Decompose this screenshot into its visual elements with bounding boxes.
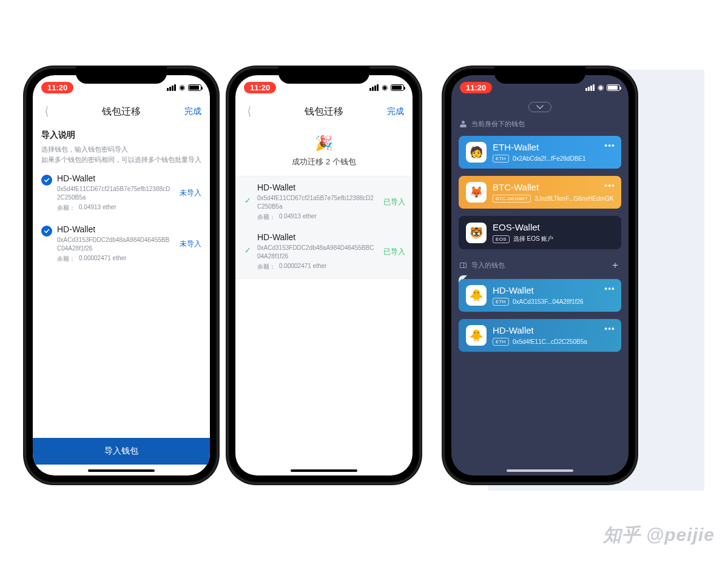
wallet-card-btc[interactable]: 🦊 BTC-Wallet BTC-SEGWIT 3Jnz8LTkmF...G6n…: [459, 176, 621, 209]
home-indicator[interactable]: [291, 469, 357, 472]
avatar-icon: 🐥: [466, 285, 487, 306]
cellular-icon: [167, 84, 176, 91]
success-banner: 🎉 成功迁移 2 个钱包: [235, 124, 413, 172]
done-button[interactable]: 完成: [184, 106, 201, 117]
chain-badge: EOS: [493, 235, 510, 243]
screen-wallet-migration-done: 11:20 ◉ 〈 钱包迁移 完成 🎉 成功迁移 2 个钱包 ✓: [235, 75, 413, 475]
migrated-wallet-list: ✓ HD-Wallet 0x5d4fE11CD67cf21a5B7e75efb1…: [235, 176, 413, 279]
cellular-icon: [585, 84, 595, 91]
import-wallet-button[interactable]: 导入钱包: [33, 438, 210, 465]
avatar-icon: 🐥: [466, 325, 487, 346]
more-icon[interactable]: •••: [604, 284, 615, 294]
home-indicator[interactable]: [507, 469, 573, 472]
checkbox-checked-icon[interactable]: [41, 226, 52, 237]
import-status: 未导入: [177, 188, 201, 198]
status-time: 11:20: [244, 82, 276, 93]
wallet-name: HD-Wallet: [257, 183, 376, 192]
checkbox-checked-icon[interactable]: [41, 175, 52, 186]
check-icon: ✓: [243, 246, 252, 255]
wallet-name: HD-Wallet: [493, 285, 614, 295]
check-icon: ✓: [243, 196, 252, 205]
notch: [494, 67, 585, 84]
wallet-card-eos[interactable]: 🐯 EOS-Wallet EOS 选择 EOS 账户: [459, 216, 621, 249]
nav-bar: 〈 钱包迁移 完成: [33, 99, 210, 124]
notch: [76, 67, 167, 84]
avatar-icon: 🦊: [466, 182, 487, 203]
wallet-name: ETH-Wallet: [493, 142, 614, 152]
avatar-icon: 🧑: [466, 142, 487, 163]
wallet-icon: [460, 263, 467, 268]
balance-label: 余额：: [57, 204, 75, 212]
wallet-address: 0xACd3153FDDC2db48aA984D46455BBC04A28f1f…: [57, 236, 172, 252]
phone-3: 11:20 ◉ 当前身份下的钱包 🧑 ETH-Wallet: [443, 67, 637, 484]
wallet-name: HD-Wallet: [493, 325, 614, 335]
nav-title: 钱包迁移: [305, 106, 343, 118]
back-button[interactable]: 〈: [41, 104, 49, 120]
notch: [278, 67, 369, 84]
wallet-address: 0x2AbCda2f...fFe28dDBE1: [513, 155, 586, 162]
chain-badge: ETH: [493, 338, 509, 346]
wallet-address: 0x5d4fE11CD67cf21a5B7e75efb12388cD2C250B…: [57, 185, 172, 201]
balance-label: 余额：: [257, 213, 275, 221]
collapse-handle[interactable]: [528, 102, 551, 112]
more-icon[interactable]: •••: [604, 141, 615, 150]
chain-badge: ETH: [493, 155, 509, 163]
screen-wallet-manager: 11:20 ◉ 当前身份下的钱包 🧑 ETH-Wallet: [451, 75, 629, 475]
wallet-name: EOS-Wallet: [493, 222, 614, 232]
back-button[interactable]: 〈: [244, 104, 251, 120]
wallet-address: 选择 EOS 账户: [513, 235, 554, 243]
chain-badge: BTC-SEGWIT: [493, 195, 531, 203]
cellular-icon: [369, 84, 379, 91]
wallet-card-imported[interactable]: 🐥 HD-Wallet ETH 0x5d4fE11C...cD2C250B5a …: [459, 319, 621, 352]
wifi-icon: ◉: [179, 84, 185, 91]
user-icon: [460, 121, 467, 127]
battery-icon: [188, 84, 201, 91]
add-wallet-button[interactable]: ＋: [610, 259, 620, 272]
balance-value: 0.00002471 ether: [79, 255, 126, 263]
wallet-card-eth[interactable]: 🧑 ETH-Wallet ETH 0x2AbCda2f...fFe28dDBE1…: [459, 136, 621, 169]
status-icons: ◉: [369, 84, 404, 91]
avatar-icon: 🐯: [466, 223, 487, 243]
phone-2: 11:20 ◉ 〈 钱包迁移 完成 🎉 成功迁移 2 个钱包 ✓: [227, 67, 421, 484]
wallet-address: 0x5d4fE11CD67cf21a5B7e75efb12388cD2C250B…: [257, 194, 376, 210]
balance-value: 0.00002471 ether: [279, 263, 326, 271]
balance-label: 余额：: [257, 263, 275, 271]
wallet-address: 0xACd3153FDDC2db48aA984D46455BBC04A28f1f…: [257, 244, 376, 260]
triptych: 11:20 ◉ 〈 钱包迁移 完成 导入说明 选择钱包，输入钱包密码导入 如果多…: [0, 0, 728, 484]
wallet-list: HD-Wallet 0x5d4fE11CD67cf21a5B7e75efb123…: [33, 169, 210, 270]
status-time: 11:20: [41, 82, 73, 93]
chain-badge: ETH: [493, 298, 509, 306]
instr-line-2: 如果多个钱包的密码相同，可以选择多个钱包批量导入: [41, 155, 201, 165]
wallet-row: ✓ HD-Wallet 0x5d4fE11CD67cf21a5B7e75efb1…: [239, 178, 409, 227]
import-instructions: 导入说明 选择钱包，输入钱包密码导入 如果多个钱包的密码相同，可以选择多个钱包批…: [33, 124, 210, 169]
wallet-address: 0xACd3153F...04A28f1f26: [513, 298, 584, 305]
instr-line-1: 选择钱包，输入钱包密码导入: [41, 144, 201, 155]
section-header-imported: 导入的钱包 ＋: [451, 257, 629, 275]
status-icons: ◉: [167, 84, 201, 91]
balance-value: 0.04913 ether: [79, 204, 116, 212]
import-status: 未导入: [177, 239, 201, 249]
wallet-name: BTC-Wallet: [493, 182, 614, 192]
home-indicator[interactable]: [88, 469, 155, 472]
wallet-row[interactable]: HD-Wallet 0x5d4fE11CD67cf21a5B7e75efb123…: [36, 169, 206, 220]
more-icon[interactable]: •••: [604, 324, 615, 334]
balance-value: 0.04913 ether: [279, 213, 317, 221]
import-status: 已导入: [381, 197, 405, 207]
import-status: 已导入: [381, 247, 405, 257]
wallet-address: 0x5d4fE11C...cD2C250B5a: [513, 338, 587, 345]
status-time: 11:20: [460, 82, 492, 93]
wallet-row[interactable]: HD-Wallet 0xACd3153FDDC2db48aA984D46455B…: [36, 220, 206, 270]
party-popper-icon: 🎉: [235, 135, 413, 152]
chevron-down-icon: [536, 105, 544, 110]
more-icon[interactable]: •••: [604, 181, 615, 190]
wallet-card-imported[interactable]: 🐥 HD-Wallet ETH 0xACd3153F...04A28f1f26 …: [459, 279, 621, 312]
done-button[interactable]: 完成: [387, 106, 404, 117]
instr-title: 导入说明: [41, 130, 201, 141]
wifi-icon: ◉: [598, 84, 604, 91]
screen-wallet-migration-select: 11:20 ◉ 〈 钱包迁移 完成 导入说明 选择钱包，输入钱包密码导入 如果多…: [33, 75, 210, 475]
section-title: 当前身份下的钱包: [471, 119, 525, 129]
wallet-address: 3Jnz8LTkmF...G6nvHEdmGK: [534, 195, 613, 202]
phone-1: 11:20 ◉ 〈 钱包迁移 完成 导入说明 选择钱包，输入钱包密码导入 如果多…: [24, 67, 218, 484]
nav-title: 钱包迁移: [102, 106, 141, 118]
success-text: 成功迁移 2 个钱包: [235, 156, 413, 167]
